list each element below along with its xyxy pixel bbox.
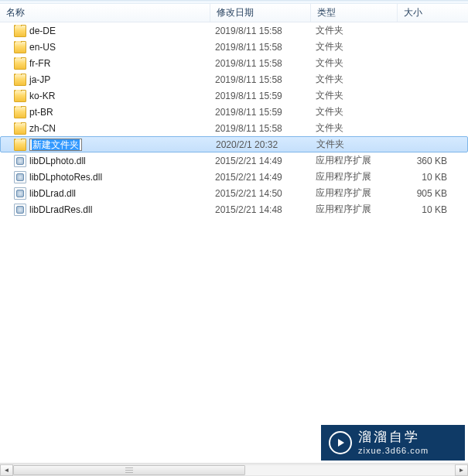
file-name-cell[interactable]: de-DE: [0, 25, 210, 37]
folder-icon: [14, 106, 26, 118]
watermark-text: 溜溜自学 zixue.3d66.com: [358, 430, 429, 456]
file-size-cell: 905 KB: [398, 188, 455, 199]
file-row[interactable]: 新建文件夹2020/2/1 20:32文件夹: [0, 136, 468, 152]
file-list[interactable]: de-DE2019/8/11 15:58文件夹en-US2019/8/11 15…: [0, 22, 468, 476]
scroll-left-button[interactable]: ◄: [0, 464, 13, 476]
scroll-thumb[interactable]: [13, 465, 245, 475]
file-size-cell: 10 KB: [398, 204, 455, 215]
column-header-row: 名称 修改日期 类型 大小: [0, 4, 468, 22]
play-logo-icon: [329, 431, 352, 454]
rename-input[interactable]: 新建文件夹: [29, 139, 82, 151]
file-type-cell: 文件夹: [311, 24, 398, 37]
file-row[interactable]: en-US2019/8/11 15:58文件夹: [0, 39, 468, 55]
file-type-cell: 文件夹: [311, 73, 398, 86]
folder-icon: [14, 57, 26, 70]
file-date-cell: 2019/8/11 15:58: [210, 123, 311, 134]
file-type-cell: 文件夹: [311, 40, 398, 53]
file-type-cell: 应用程序扩展: [311, 203, 398, 216]
file-row[interactable]: libDLphoto.dll2015/2/21 14:49应用程序扩展360 K…: [0, 152, 468, 169]
file-type-cell: 应用程序扩展: [311, 170, 398, 183]
file-date-cell: 2015/2/21 14:50: [210, 188, 311, 199]
file-name-cell[interactable]: libDLradRes.dll: [0, 204, 210, 216]
folder-icon: [14, 122, 26, 135]
watermark-badge: 溜溜自学 zixue.3d66.com: [321, 425, 465, 461]
file-date-cell: 2015/2/21 14:48: [210, 204, 311, 215]
file-row[interactable]: fr-FR2019/8/11 15:58文件夹: [0, 55, 468, 71]
file-row[interactable]: ko-KR2019/8/11 15:59文件夹: [0, 87, 468, 104]
file-name-cell[interactable]: fr-FR: [0, 57, 210, 70]
column-header-type[interactable]: 类型: [311, 4, 398, 22]
file-size-cell: 360 KB: [398, 156, 455, 166]
file-row[interactable]: libDLrad.dll2015/2/21 14:50应用程序扩展905 KB: [0, 185, 468, 201]
folder-icon: [14, 41, 26, 53]
scroll-right-button[interactable]: ►: [455, 464, 468, 476]
file-name-cell[interactable]: zh-CN: [0, 122, 210, 135]
file-name-label: pt-BR: [29, 107, 53, 118]
file-name-cell[interactable]: libDLrad.dll: [0, 187, 210, 200]
file-date-cell: 2019/8/11 15:59: [210, 91, 311, 101]
file-date-cell: 2015/2/21 14:49: [210, 172, 311, 183]
file-explorer-pane: 名称 修改日期 类型 大小 de-DE2019/8/11 15:58文件夹en-…: [0, 0, 468, 476]
file-row[interactable]: de-DE2019/8/11 15:58文件夹: [0, 22, 468, 39]
svg-marker-0: [338, 439, 344, 447]
file-name-label: de-DE: [29, 26, 56, 36]
file-name-cell[interactable]: libDLphoto.dll: [0, 155, 210, 167]
scroll-track[interactable]: [13, 464, 455, 476]
horizontal-scrollbar[interactable]: ◄ ►: [0, 463, 468, 476]
file-row[interactable]: pt-BR2019/8/11 15:59文件夹: [0, 104, 468, 120]
file-date-cell: 2015/2/21 14:49: [210, 156, 311, 166]
file-name-label: ja-JP: [29, 74, 50, 85]
file-type-cell: 文件夹: [311, 57, 398, 70]
file-name-label: fr-FR: [29, 58, 50, 69]
file-date-cell: 2020/2/1 20:32: [211, 139, 312, 150]
column-header-name[interactable]: 名称: [0, 4, 210, 22]
file-row[interactable]: zh-CN2019/8/11 15:58文件夹: [0, 120, 468, 136]
file-type-cell: 文件夹: [311, 122, 398, 135]
column-header-date[interactable]: 修改日期: [210, 4, 311, 22]
dll-file-icon: [14, 204, 26, 216]
folder-icon: [14, 74, 26, 86]
file-date-cell: 2019/8/11 15:58: [210, 74, 311, 85]
folder-icon: [14, 139, 26, 151]
file-name-cell[interactable]: pt-BR: [0, 106, 210, 118]
dll-file-icon: [14, 187, 26, 200]
column-header-size[interactable]: 大小: [398, 4, 455, 22]
file-date-cell: 2019/8/11 15:58: [210, 26, 311, 36]
file-row[interactable]: ja-JP2019/8/11 15:58文件夹: [0, 71, 468, 87]
file-name-label: en-US: [29, 42, 56, 53]
folder-icon: [14, 25, 26, 37]
file-name-cell[interactable]: ko-KR: [0, 90, 210, 102]
file-name-label: ko-KR: [29, 91, 55, 101]
file-name-label: zh-CN: [29, 123, 56, 134]
file-type-cell: 文件夹: [311, 105, 398, 118]
file-name-label: libDLradRes.dll: [29, 204, 92, 215]
file-type-cell: 文件夹: [312, 138, 398, 151]
file-name-cell[interactable]: en-US: [0, 41, 210, 53]
file-row[interactable]: libDLradRes.dll2015/2/21 14:48应用程序扩展10 K…: [0, 201, 468, 217]
file-name-label: libDLphotoRes.dll: [29, 172, 102, 183]
file-type-cell: 应用程序扩展: [311, 187, 398, 200]
folder-icon: [14, 90, 26, 102]
file-row[interactable]: libDLphotoRes.dll2015/2/21 14:49应用程序扩展10…: [0, 169, 468, 185]
file-name-cell[interactable]: 新建文件夹: [1, 139, 211, 151]
dll-file-icon: [14, 155, 26, 167]
file-name-label: libDLphoto.dll: [29, 156, 86, 166]
file-name-cell[interactable]: ja-JP: [0, 74, 210, 86]
dll-file-icon: [14, 171, 26, 183]
file-date-cell: 2019/8/11 15:59: [210, 107, 311, 118]
file-type-cell: 应用程序扩展: [311, 154, 398, 167]
watermark-title: 溜溜自学: [358, 430, 429, 445]
file-name-label: libDLrad.dll: [29, 188, 76, 199]
watermark-url: zixue.3d66.com: [358, 446, 429, 456]
file-date-cell: 2019/8/11 15:58: [210, 42, 311, 53]
file-type-cell: 文件夹: [311, 89, 398, 102]
file-size-cell: 10 KB: [398, 172, 455, 183]
file-date-cell: 2019/8/11 15:58: [210, 58, 311, 69]
file-name-cell[interactable]: libDLphotoRes.dll: [0, 171, 210, 183]
